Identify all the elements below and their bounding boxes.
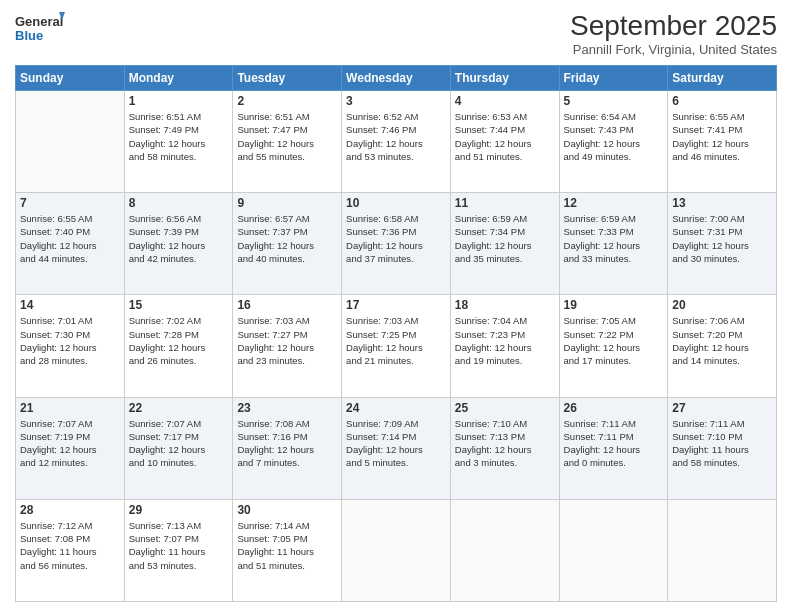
calendar-cell xyxy=(668,499,777,601)
day-number: 24 xyxy=(346,401,446,415)
day-number: 19 xyxy=(564,298,664,312)
day-info: Sunrise: 6:55 AMSunset: 7:40 PMDaylight:… xyxy=(20,212,120,265)
weekday-header: Wednesday xyxy=(342,66,451,91)
day-number: 3 xyxy=(346,94,446,108)
calendar-row: 1Sunrise: 6:51 AMSunset: 7:49 PMDaylight… xyxy=(16,91,777,193)
calendar-row: 14Sunrise: 7:01 AMSunset: 7:30 PMDayligh… xyxy=(16,295,777,397)
day-number: 17 xyxy=(346,298,446,312)
day-number: 2 xyxy=(237,94,337,108)
day-number: 29 xyxy=(129,503,229,517)
day-info: Sunrise: 7:12 AMSunset: 7:08 PMDaylight:… xyxy=(20,519,120,572)
title-block: September 2025 Pannill Fork, Virginia, U… xyxy=(570,10,777,57)
calendar-cell: 14Sunrise: 7:01 AMSunset: 7:30 PMDayligh… xyxy=(16,295,125,397)
calendar-cell: 24Sunrise: 7:09 AMSunset: 7:14 PMDayligh… xyxy=(342,397,451,499)
day-number: 7 xyxy=(20,196,120,210)
day-info: Sunrise: 6:57 AMSunset: 7:37 PMDaylight:… xyxy=(237,212,337,265)
calendar-cell xyxy=(450,499,559,601)
weekday-header: Thursday xyxy=(450,66,559,91)
calendar-cell xyxy=(559,499,668,601)
day-info: Sunrise: 6:58 AMSunset: 7:36 PMDaylight:… xyxy=(346,212,446,265)
month-title: September 2025 xyxy=(570,10,777,42)
day-number: 28 xyxy=(20,503,120,517)
calendar-cell: 16Sunrise: 7:03 AMSunset: 7:27 PMDayligh… xyxy=(233,295,342,397)
day-info: Sunrise: 6:52 AMSunset: 7:46 PMDaylight:… xyxy=(346,110,446,163)
calendar-header-row: SundayMondayTuesdayWednesdayThursdayFrid… xyxy=(16,66,777,91)
calendar-cell: 27Sunrise: 7:11 AMSunset: 7:10 PMDayligh… xyxy=(668,397,777,499)
day-info: Sunrise: 7:09 AMSunset: 7:14 PMDaylight:… xyxy=(346,417,446,470)
day-info: Sunrise: 6:59 AMSunset: 7:33 PMDaylight:… xyxy=(564,212,664,265)
calendar-cell: 23Sunrise: 7:08 AMSunset: 7:16 PMDayligh… xyxy=(233,397,342,499)
day-info: Sunrise: 7:13 AMSunset: 7:07 PMDaylight:… xyxy=(129,519,229,572)
day-info: Sunrise: 7:07 AMSunset: 7:17 PMDaylight:… xyxy=(129,417,229,470)
day-number: 27 xyxy=(672,401,772,415)
day-number: 8 xyxy=(129,196,229,210)
calendar-cell: 29Sunrise: 7:13 AMSunset: 7:07 PMDayligh… xyxy=(124,499,233,601)
calendar-cell: 17Sunrise: 7:03 AMSunset: 7:25 PMDayligh… xyxy=(342,295,451,397)
day-info: Sunrise: 6:51 AMSunset: 7:49 PMDaylight:… xyxy=(129,110,229,163)
weekday-header: Sunday xyxy=(16,66,125,91)
calendar-row: 28Sunrise: 7:12 AMSunset: 7:08 PMDayligh… xyxy=(16,499,777,601)
weekday-header: Saturday xyxy=(668,66,777,91)
calendar-cell: 26Sunrise: 7:11 AMSunset: 7:11 PMDayligh… xyxy=(559,397,668,499)
calendar-cell: 8Sunrise: 6:56 AMSunset: 7:39 PMDaylight… xyxy=(124,193,233,295)
day-info: Sunrise: 7:11 AMSunset: 7:11 PMDaylight:… xyxy=(564,417,664,470)
day-info: Sunrise: 7:01 AMSunset: 7:30 PMDaylight:… xyxy=(20,314,120,367)
day-number: 26 xyxy=(564,401,664,415)
page: General Blue September 2025 Pannill Fork… xyxy=(0,0,792,612)
calendar-cell: 30Sunrise: 7:14 AMSunset: 7:05 PMDayligh… xyxy=(233,499,342,601)
day-info: Sunrise: 7:02 AMSunset: 7:28 PMDaylight:… xyxy=(129,314,229,367)
day-info: Sunrise: 6:59 AMSunset: 7:34 PMDaylight:… xyxy=(455,212,555,265)
day-number: 21 xyxy=(20,401,120,415)
day-number: 16 xyxy=(237,298,337,312)
day-info: Sunrise: 7:07 AMSunset: 7:19 PMDaylight:… xyxy=(20,417,120,470)
day-info: Sunrise: 7:14 AMSunset: 7:05 PMDaylight:… xyxy=(237,519,337,572)
svg-text:General: General xyxy=(15,14,63,29)
location: Pannill Fork, Virginia, United States xyxy=(570,42,777,57)
day-number: 4 xyxy=(455,94,555,108)
day-number: 6 xyxy=(672,94,772,108)
calendar-cell: 13Sunrise: 7:00 AMSunset: 7:31 PMDayligh… xyxy=(668,193,777,295)
day-number: 15 xyxy=(129,298,229,312)
day-info: Sunrise: 6:51 AMSunset: 7:47 PMDaylight:… xyxy=(237,110,337,163)
weekday-header: Friday xyxy=(559,66,668,91)
day-number: 25 xyxy=(455,401,555,415)
weekday-header: Monday xyxy=(124,66,233,91)
calendar-cell: 22Sunrise: 7:07 AMSunset: 7:17 PMDayligh… xyxy=(124,397,233,499)
day-info: Sunrise: 7:08 AMSunset: 7:16 PMDaylight:… xyxy=(237,417,337,470)
day-number: 10 xyxy=(346,196,446,210)
calendar-body: 1Sunrise: 6:51 AMSunset: 7:49 PMDaylight… xyxy=(16,91,777,602)
day-number: 1 xyxy=(129,94,229,108)
day-number: 11 xyxy=(455,196,555,210)
logo: General Blue xyxy=(15,10,65,46)
header: General Blue September 2025 Pannill Fork… xyxy=(15,10,777,57)
calendar-table: SundayMondayTuesdayWednesdayThursdayFrid… xyxy=(15,65,777,602)
day-number: 14 xyxy=(20,298,120,312)
day-number: 13 xyxy=(672,196,772,210)
day-info: Sunrise: 7:10 AMSunset: 7:13 PMDaylight:… xyxy=(455,417,555,470)
day-info: Sunrise: 7:05 AMSunset: 7:22 PMDaylight:… xyxy=(564,314,664,367)
calendar-cell xyxy=(16,91,125,193)
calendar-row: 7Sunrise: 6:55 AMSunset: 7:40 PMDaylight… xyxy=(16,193,777,295)
calendar-cell: 2Sunrise: 6:51 AMSunset: 7:47 PMDaylight… xyxy=(233,91,342,193)
calendar-cell: 20Sunrise: 7:06 AMSunset: 7:20 PMDayligh… xyxy=(668,295,777,397)
svg-text:Blue: Blue xyxy=(15,28,43,43)
weekday-header: Tuesday xyxy=(233,66,342,91)
calendar-cell: 12Sunrise: 6:59 AMSunset: 7:33 PMDayligh… xyxy=(559,193,668,295)
logo-svg: General Blue xyxy=(15,10,65,46)
calendar-cell: 4Sunrise: 6:53 AMSunset: 7:44 PMDaylight… xyxy=(450,91,559,193)
calendar-cell: 15Sunrise: 7:02 AMSunset: 7:28 PMDayligh… xyxy=(124,295,233,397)
day-number: 9 xyxy=(237,196,337,210)
day-info: Sunrise: 7:00 AMSunset: 7:31 PMDaylight:… xyxy=(672,212,772,265)
calendar-cell: 5Sunrise: 6:54 AMSunset: 7:43 PMDaylight… xyxy=(559,91,668,193)
day-info: Sunrise: 6:55 AMSunset: 7:41 PMDaylight:… xyxy=(672,110,772,163)
calendar-cell: 1Sunrise: 6:51 AMSunset: 7:49 PMDaylight… xyxy=(124,91,233,193)
calendar-cell: 28Sunrise: 7:12 AMSunset: 7:08 PMDayligh… xyxy=(16,499,125,601)
calendar-cell: 6Sunrise: 6:55 AMSunset: 7:41 PMDaylight… xyxy=(668,91,777,193)
day-number: 12 xyxy=(564,196,664,210)
calendar-cell: 25Sunrise: 7:10 AMSunset: 7:13 PMDayligh… xyxy=(450,397,559,499)
day-info: Sunrise: 6:53 AMSunset: 7:44 PMDaylight:… xyxy=(455,110,555,163)
calendar-cell: 19Sunrise: 7:05 AMSunset: 7:22 PMDayligh… xyxy=(559,295,668,397)
day-info: Sunrise: 6:56 AMSunset: 7:39 PMDaylight:… xyxy=(129,212,229,265)
day-info: Sunrise: 7:11 AMSunset: 7:10 PMDaylight:… xyxy=(672,417,772,470)
calendar-cell: 11Sunrise: 6:59 AMSunset: 7:34 PMDayligh… xyxy=(450,193,559,295)
